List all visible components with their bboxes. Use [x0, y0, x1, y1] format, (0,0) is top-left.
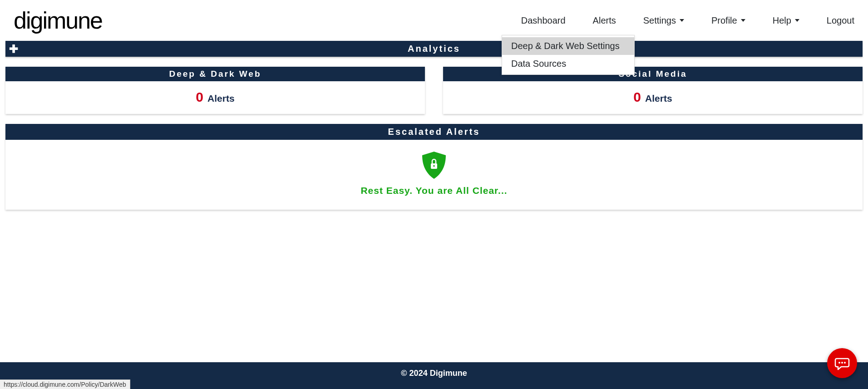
- escalated-body: Rest Easy. You are All Clear...: [5, 140, 863, 210]
- svg-point-4: [841, 362, 843, 364]
- card-dark-web-body: 0 Alerts: [5, 81, 425, 114]
- card-social-media-body: 0 Alerts: [443, 81, 863, 114]
- nav-dashboard[interactable]: Dashboard: [521, 15, 566, 26]
- analytics-header-bar: ✚ Analytics: [5, 41, 863, 57]
- caret-down-icon: [795, 19, 799, 22]
- nav-settings-label: Settings: [643, 15, 676, 26]
- escalated-title: Escalated Alerts: [388, 127, 480, 137]
- analytics-cards-row: Deep & Dark Web 0 Alerts Social Media 0 …: [5, 67, 863, 114]
- chat-icon: [834, 355, 850, 371]
- svg-rect-2: [434, 166, 434, 167]
- settings-dropdown-item-datasources[interactable]: Data Sources: [502, 55, 634, 73]
- all-clear-message: Rest Easy. You are All Clear...: [5, 185, 863, 196]
- nav-links: Dashboard Alerts Settings Profile Help L…: [521, 15, 854, 26]
- analytics-title: Analytics: [408, 44, 460, 54]
- escalated-alerts-panel: Escalated Alerts Rest Easy. You are All …: [5, 124, 863, 210]
- main-content: ✚ Analytics Deep & Dark Web 0 Alerts Soc…: [0, 41, 868, 210]
- card-social-media-label: Alerts: [645, 93, 672, 103]
- card-dark-web-count: 0: [196, 89, 203, 104]
- escalated-header-bar: Escalated Alerts: [5, 124, 863, 140]
- chat-button[interactable]: [827, 348, 857, 378]
- nav-dashboard-label: Dashboard: [521, 15, 566, 26]
- settings-dropdown: Deep & Dark Web Settings Data Sources: [502, 35, 635, 75]
- nav-settings[interactable]: Settings: [643, 15, 684, 26]
- plus-icon[interactable]: ✚: [9, 43, 20, 55]
- svg-point-5: [844, 362, 846, 364]
- nav-help-label: Help: [773, 15, 791, 26]
- footer-text: © 2024 Digimune: [401, 369, 467, 378]
- shield-icon: [5, 151, 863, 180]
- caret-down-icon: [680, 19, 684, 22]
- caret-down-icon: [741, 19, 745, 22]
- settings-dropdown-item-darkweb[interactable]: Deep & Dark Web Settings: [502, 37, 634, 55]
- nav-alerts[interactable]: Alerts: [593, 15, 616, 26]
- nav-logout[interactable]: Logout: [827, 15, 854, 26]
- card-dark-web-label: Alerts: [207, 93, 235, 103]
- top-navbar: digimune Dashboard Alerts Settings Profi…: [0, 0, 868, 41]
- card-dark-web-header: Deep & Dark Web: [5, 67, 425, 81]
- footer: © 2024 Digimune: [0, 362, 868, 389]
- nav-alerts-label: Alerts: [593, 15, 616, 26]
- brand-logo[interactable]: digimune: [14, 7, 102, 34]
- card-social-media-count: 0: [633, 89, 641, 104]
- status-url-preview: https://cloud.digimune.com/Policy/DarkWe…: [0, 379, 130, 389]
- nav-logout-label: Logout: [827, 15, 854, 26]
- svg-point-3: [838, 362, 840, 364]
- nav-profile[interactable]: Profile: [711, 15, 745, 26]
- nav-help[interactable]: Help: [773, 15, 799, 26]
- nav-profile-label: Profile: [711, 15, 737, 26]
- card-dark-web: Deep & Dark Web 0 Alerts: [5, 67, 425, 114]
